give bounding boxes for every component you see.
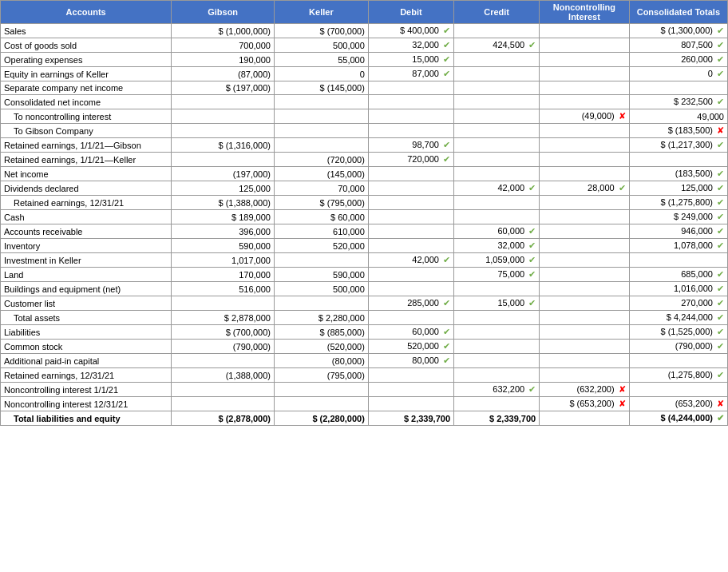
table-row: Common stock(790,000)(520,000)520,000 ✔(… — [1, 340, 728, 354]
gibson-cell — [172, 124, 275, 138]
credit-cell — [454, 81, 540, 95]
x-icon: ✘ — [717, 399, 724, 408]
check-icon: ✔ — [443, 154, 450, 164]
nci-cell — [540, 167, 630, 181]
account-name: Accounts receivable — [1, 224, 172, 239]
consolidated-cell: 125,000 ✔ — [629, 181, 727, 196]
credit-cell: $ 2,339,700 — [454, 411, 540, 426]
credit-cell — [454, 167, 540, 181]
table-row: Investment in Keller1,017,00042,000 ✔1,0… — [1, 253, 728, 268]
consolidation-table: Accounts Gibson Keller Debit Credit Nonc… — [0, 0, 728, 426]
debit-cell — [368, 311, 453, 325]
credit-cell — [454, 325, 540, 340]
consolidated-cell: 1,078,000 ✔ — [629, 239, 727, 253]
check-icon: ✔ — [443, 54, 450, 64]
nci-cell: (49,000) ✘ — [540, 109, 630, 124]
nci-cell — [540, 268, 630, 282]
consolidated-cell: 49,000 — [629, 109, 727, 124]
keller-cell: 590,000 — [274, 268, 368, 282]
table-row: To noncontrolling interest(49,000) ✘49,0… — [1, 109, 728, 124]
consolidated-cell: 685,000 ✔ — [629, 268, 727, 282]
consolidated-cell: $ (4,244,000) ✔ — [629, 411, 727, 426]
gibson-cell: $ 189,000 — [172, 210, 275, 224]
nci-cell: $ (653,200) ✘ — [540, 397, 630, 411]
table-row: Equity in earnings of Keller(87,000)087,… — [1, 67, 728, 81]
credit-cell — [454, 53, 540, 67]
keller-cell: (520,000) — [274, 340, 368, 354]
account-name: Total assets — [1, 311, 172, 325]
check-icon: ✔ — [443, 140, 450, 149]
table-row: Total liabilities and equity$ (2,878,000… — [1, 411, 728, 426]
debit-cell — [368, 224, 453, 239]
account-name: Noncontrolling interest 1/1/21 — [1, 383, 172, 397]
check-icon: ✔ — [443, 26, 450, 35]
keller-cell — [274, 138, 368, 153]
nci-cell — [540, 95, 630, 109]
nci-cell — [540, 138, 630, 153]
check-icon: ✔ — [717, 197, 724, 207]
keller-cell: 0 — [274, 67, 368, 81]
nci-cell — [540, 24, 630, 38]
account-name: Cost of goods sold — [1, 38, 172, 53]
x-icon: ✘ — [619, 384, 626, 394]
check-icon: ✔ — [528, 183, 536, 193]
account-name: Retained earnings, 1/1/21—Gibson — [1, 138, 172, 153]
gibson-cell — [172, 153, 275, 167]
consolidated-cell: 807,500 ✔ — [629, 38, 727, 53]
account-name: To Gibson Company — [1, 124, 172, 138]
credit-cell — [454, 210, 540, 224]
nci-cell — [540, 253, 630, 268]
header-keller: Keller — [274, 1, 368, 24]
check-icon: ✔ — [717, 97, 724, 106]
credit-cell — [454, 354, 540, 368]
credit-cell — [454, 153, 540, 167]
x-icon: ✘ — [717, 125, 724, 135]
check-icon: ✔ — [717, 413, 724, 423]
nci-cell — [540, 224, 630, 239]
consolidated-cell: 1,016,000 ✔ — [629, 282, 727, 296]
consolidated-cell: $ (1,300,000) ✔ — [629, 24, 727, 38]
table-row: To Gibson Company$ (183,500) ✘ — [1, 124, 728, 138]
keller-cell: $ (795,000) — [274, 196, 368, 210]
keller-cell: 70,000 — [274, 181, 368, 196]
credit-cell — [454, 138, 540, 153]
account-name: Total liabilities and equity — [1, 411, 172, 426]
header-credit: Credit — [454, 1, 540, 24]
debit-cell — [368, 282, 453, 296]
nci-cell — [540, 311, 630, 325]
debit-cell — [368, 383, 453, 397]
check-icon: ✔ — [528, 298, 536, 308]
check-icon: ✔ — [717, 54, 724, 64]
credit-cell — [454, 124, 540, 138]
debit-cell — [368, 368, 453, 383]
gibson-cell — [172, 354, 275, 368]
account-name: Operating expenses — [1, 53, 172, 67]
table-row: Additional paid-in capital(80,000)80,000… — [1, 354, 728, 368]
account-name: Additional paid-in capital — [1, 354, 172, 368]
gibson-cell: 125,000 — [172, 181, 275, 196]
gibson-cell: 1,017,000 — [172, 253, 275, 268]
nci-cell — [540, 296, 630, 311]
consolidated-cell: (653,200) ✘ — [629, 397, 727, 411]
table-row: Net income(197,000)(145,000)(183,500) ✔ — [1, 167, 728, 181]
table-row: Total assets$ 2,878,000$ 2,280,000$ 4,24… — [1, 311, 728, 325]
check-icon: ✔ — [443, 298, 450, 308]
consolidated-cell: $ 232,500 ✔ — [629, 95, 727, 109]
account-name: Net income — [1, 167, 172, 181]
keller-cell: (795,000) — [274, 368, 368, 383]
credit-cell: 1,059,000 ✔ — [454, 253, 540, 268]
check-icon: ✔ — [528, 269, 536, 279]
table-row: Cost of goods sold700,000500,00032,000 ✔… — [1, 38, 728, 53]
nci-cell — [540, 124, 630, 138]
check-icon: ✔ — [443, 356, 450, 365]
gibson-cell: $ (197,000) — [172, 81, 275, 95]
debit-cell — [368, 181, 453, 196]
consolidated-cell: $ 249,000 ✔ — [629, 210, 727, 224]
keller-cell — [274, 253, 368, 268]
keller-cell: 520,000 — [274, 239, 368, 253]
debit-cell: 32,000 ✔ — [368, 38, 453, 53]
debit-cell: 60,000 ✔ — [368, 325, 453, 340]
table-row: Retained earnings, 1/1/21—Gibson$ (1,316… — [1, 138, 728, 153]
nci-cell — [540, 282, 630, 296]
consolidated-cell — [629, 354, 727, 368]
